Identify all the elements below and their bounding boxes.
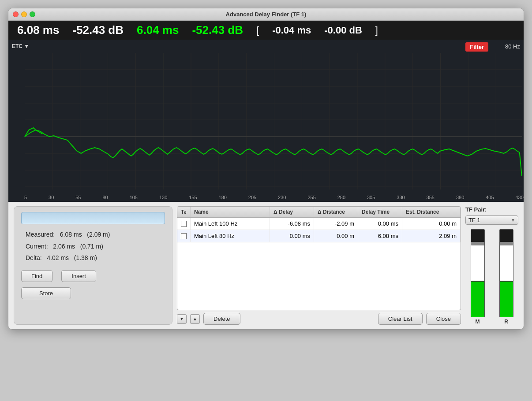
left-panel: Measured: 6.08 ms (2.09 m) Current: 2.06… bbox=[14, 206, 172, 325]
clear-list-button[interactable]: Clear List bbox=[378, 313, 423, 325]
store-button[interactable]: Store bbox=[21, 287, 71, 299]
delay2-value: 6.04 ms bbox=[137, 23, 179, 37]
tf-select-value: TF 1 bbox=[468, 217, 511, 223]
delta-delay-value: -0.04 ms bbox=[272, 25, 311, 36]
minimize-button[interactable] bbox=[21, 11, 27, 17]
db2-value: -52.43 dB bbox=[192, 23, 243, 37]
delta-paren: (1.38 m) bbox=[74, 254, 97, 261]
bracket-close: ] bbox=[375, 25, 378, 36]
row1-est-dist: 0.00 m bbox=[402, 218, 461, 230]
row2-est-dist: 2.09 m bbox=[402, 230, 461, 242]
chart-hz-label: 80 Hz bbox=[505, 43, 520, 50]
measured-value: 6.08 ms bbox=[60, 231, 82, 238]
btn-row-find-insert: Find Insert bbox=[21, 270, 165, 282]
th-name: Name bbox=[191, 207, 270, 217]
th-delta-delay: Δ Delay bbox=[270, 207, 314, 217]
window-title: Advanced Delay Finder (TF 1) bbox=[226, 11, 307, 18]
delay1-value: 6.08 ms bbox=[17, 23, 59, 37]
th-to: T₀ bbox=[177, 207, 191, 217]
filter-button[interactable]: Filter bbox=[465, 42, 488, 52]
row2-delta-dist: 0.00 m bbox=[314, 230, 358, 242]
chart-svg bbox=[8, 40, 524, 202]
titlebar: Advanced Delay Finder (TF 1) bbox=[8, 8, 524, 21]
main-window: Advanced Delay Finder (TF 1) 6.08 ms -52… bbox=[8, 8, 524, 330]
measured-paren: (2.09 m) bbox=[87, 231, 110, 238]
table-row[interactable]: Main Left 100 Hz -6.08 ms -2.09 m 0.00 m… bbox=[177, 218, 461, 230]
current-paren: (0.71 m) bbox=[80, 243, 103, 250]
row2-name: Main Left 80 Hz bbox=[191, 230, 270, 242]
th-delta-distance: Δ Distance bbox=[314, 207, 358, 217]
delta-value: 4.02 ms bbox=[47, 254, 69, 261]
metrics-bar: 6.08 ms -52.43 dB 6.04 ms -52.43 dB [ -0… bbox=[8, 21, 524, 40]
current-line: Current: 2.06 ms (0.71 m) bbox=[26, 241, 165, 252]
row1-delta-dist: -2.09 m bbox=[314, 218, 358, 230]
name-input[interactable] bbox=[21, 212, 165, 224]
move-up-button[interactable]: ▲ bbox=[190, 314, 200, 324]
delete-button[interactable]: Delete bbox=[203, 313, 240, 325]
row2-checkbox-cell[interactable] bbox=[177, 230, 191, 242]
move-down-button[interactable]: ▼ bbox=[177, 314, 187, 324]
right-panel: TF Pair: TF 1 ▼ M bbox=[465, 206, 518, 325]
btn-row-store: Store bbox=[21, 287, 165, 299]
middle-panel: T₀ Name Δ Delay Δ Distance Delay Time Es… bbox=[177, 206, 461, 325]
row1-checkbox[interactable] bbox=[181, 221, 187, 227]
find-button[interactable]: Find bbox=[21, 270, 52, 282]
measured-label: Measured: bbox=[26, 231, 55, 238]
current-value: 2.06 ms bbox=[53, 243, 75, 250]
info-lines: Measured: 6.08 ms (2.09 m) Current: 2.06… bbox=[21, 229, 165, 264]
delta-db-value: -0.00 dB bbox=[324, 25, 362, 36]
tf-select[interactable]: TF 1 ▼ bbox=[465, 215, 518, 225]
table-row[interactable]: Main Left 80 Hz 0.00 ms 0.00 m 6.08 ms 2… bbox=[177, 230, 461, 242]
maximize-button[interactable] bbox=[30, 11, 35, 17]
row2-checkbox[interactable] bbox=[181, 233, 187, 239]
th-est-distance: Est. Distance bbox=[402, 207, 461, 217]
row1-name: Main Left 100 Hz bbox=[191, 218, 270, 230]
meter-m: M bbox=[465, 229, 490, 325]
bracket-open: [ bbox=[256, 25, 259, 36]
bottom-section: Measured: 6.08 ms (2.09 m) Current: 2.06… bbox=[8, 202, 524, 329]
traffic-lights bbox=[13, 11, 35, 17]
table-toolbar: ▼ ▲ Delete Clear List Close bbox=[177, 313, 461, 325]
row1-delta-delay: -6.08 ms bbox=[270, 218, 314, 230]
table-container: T₀ Name Δ Delay Δ Distance Delay Time Es… bbox=[177, 206, 461, 310]
meter-m-bar bbox=[471, 229, 485, 317]
insert-button[interactable]: Insert bbox=[61, 270, 96, 282]
close-button-table[interactable]: Close bbox=[426, 313, 461, 325]
meters-row: M R bbox=[465, 229, 518, 325]
svg-rect-2 bbox=[8, 40, 524, 202]
row2-delay-time: 6.08 ms bbox=[358, 230, 402, 242]
table-header: T₀ Name Δ Delay Δ Distance Delay Time Es… bbox=[177, 207, 461, 218]
measured-line: Measured: 6.08 ms (2.09 m) bbox=[26, 229, 165, 241]
meter-m-label: M bbox=[476, 319, 480, 325]
meter-r: R bbox=[494, 229, 518, 325]
chart-etc-label: ETC ▼ bbox=[12, 43, 29, 49]
row2-delta-delay: 0.00 ms bbox=[270, 230, 314, 242]
tf-pair-label: TF Pair: bbox=[465, 206, 487, 213]
chevron-down-icon: ▼ bbox=[511, 218, 515, 223]
delta-label: Delta: bbox=[26, 254, 42, 261]
row1-delay-time: 0.00 ms bbox=[358, 218, 402, 230]
current-label: Current: bbox=[26, 243, 48, 250]
close-button[interactable] bbox=[13, 11, 19, 17]
db1-value: -52.43 dB bbox=[72, 23, 124, 37]
meter-r-bar bbox=[499, 229, 513, 317]
th-delay-time: Delay Time bbox=[358, 207, 402, 217]
row1-checkbox-cell[interactable] bbox=[177, 218, 191, 230]
chart-area: -12 -24 -36 -48 -60 -72 -84 -96 bbox=[8, 40, 524, 202]
meter-r-label: R bbox=[504, 319, 508, 325]
delta-line: Delta: 4.02 ms (1.38 m) bbox=[26, 252, 165, 264]
